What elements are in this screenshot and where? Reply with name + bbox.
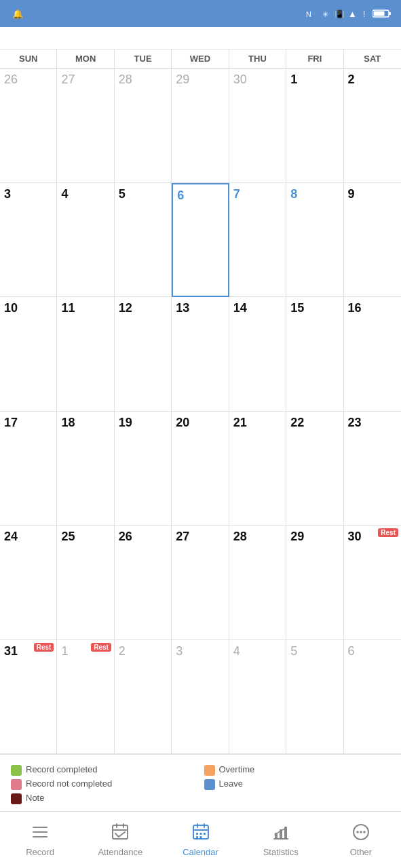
day-number: 28 — [119, 73, 132, 86]
svg-point-32 — [360, 831, 362, 833]
cal-cell[interactable]: 4 — [229, 640, 286, 755]
cal-cell[interactable]: 29 — [172, 68, 229, 183]
nav-item-record[interactable]: Record — [0, 812, 80, 868]
nav-item-attendance[interactable]: Attendance — [80, 812, 160, 868]
cal-cell[interactable]: 28 — [229, 526, 286, 640]
day-number: 3 — [4, 187, 11, 201]
cal-cell[interactable]: 7 — [229, 183, 286, 298]
legend-color — [11, 793, 22, 804]
cal-cell[interactable]: 11 — [57, 297, 114, 412]
dow-cell-thu: THU — [229, 50, 286, 68]
day-number: 21 — [233, 416, 247, 429]
dow-cell-sat: SAT — [344, 50, 401, 68]
cal-cell[interactable]: 25 — [57, 526, 114, 640]
calendar-header — [0, 27, 401, 50]
cal-cell[interactable]: 9 — [344, 183, 401, 298]
cal-cell[interactable]: Rest1 — [57, 640, 114, 755]
legend-label: Record completed — [26, 764, 98, 776]
day-number: 27 — [176, 530, 189, 543]
bottom-nav: RecordAttendanceCalendarStatisticsOther — [0, 811, 401, 868]
cal-cell[interactable]: 26 — [115, 526, 172, 640]
day-number: 1 — [290, 73, 297, 86]
cal-cell[interactable]: 22 — [286, 412, 343, 526]
dow-row: SUNMONTUEWEDTHUFRISAT — [0, 50, 401, 68]
legend-color — [11, 765, 22, 776]
cal-cell[interactable]: 5 — [115, 183, 172, 298]
cal-cell[interactable]: 3 — [172, 640, 229, 755]
rest-badge: Rest — [378, 528, 398, 537]
cal-cell[interactable]: 5 — [286, 640, 343, 755]
cal-cell[interactable]: 18 — [57, 412, 114, 526]
cal-cell[interactable]: 1 — [286, 68, 343, 183]
statistics-icon — [271, 823, 290, 844]
cal-cell[interactable]: 10 — [0, 297, 57, 412]
cal-cell[interactable]: 16 — [344, 297, 401, 412]
svg-rect-7 — [389, 12, 391, 15]
cal-cell[interactable]: 6 — [344, 640, 401, 755]
svg-rect-6 — [374, 12, 385, 16]
cal-cell[interactable]: 27 — [172, 526, 229, 640]
svg-rect-24 — [196, 836, 198, 838]
day-number: 29 — [290, 530, 304, 543]
cal-cell[interactable]: 23 — [344, 412, 401, 526]
cal-cell[interactable]: 24 — [0, 526, 57, 640]
nfc-icon: N — [306, 9, 318, 18]
cal-cell[interactable]: 8 — [286, 183, 343, 298]
day-number: 25 — [61, 530, 75, 543]
legend-item: Record not completed — [11, 778, 197, 790]
cal-cell[interactable]: 6 — [172, 183, 229, 298]
cal-cell[interactable]: 2 — [344, 68, 401, 183]
attendance-icon — [111, 823, 130, 844]
dow-cell-fri: FRI — [286, 50, 343, 68]
cal-cell[interactable]: Rest30 — [344, 526, 401, 640]
cal-cell[interactable]: 19 — [115, 412, 172, 526]
status-right: N ✳ 📳 ▲ ! — [306, 9, 392, 18]
legend-label: Record not completed — [26, 778, 112, 790]
cal-cell[interactable]: 17 — [0, 412, 57, 526]
cal-cell[interactable]: 15 — [286, 297, 343, 412]
cal-cell[interactable]: 28 — [115, 68, 172, 183]
next-month-button[interactable] — [374, 35, 387, 41]
day-number: 4 — [233, 644, 240, 658]
day-number: 8 — [290, 187, 297, 201]
svg-line-16 — [119, 832, 125, 837]
nav-label-statistics: Statistics — [263, 847, 299, 857]
day-number: 22 — [290, 416, 304, 429]
nav-label-calendar: Calendar — [183, 847, 218, 857]
nav-item-other[interactable]: Other — [321, 812, 401, 868]
day-number: 13 — [176, 301, 189, 315]
cal-cell[interactable]: 4 — [57, 183, 114, 298]
cal-cell[interactable]: 21 — [229, 412, 286, 526]
cal-cell[interactable]: 20 — [172, 412, 229, 526]
day-number: 5 — [119, 187, 126, 201]
svg-text:✳: ✳ — [322, 10, 328, 18]
legend-item: Note — [11, 793, 197, 804]
svg-rect-23 — [204, 833, 206, 835]
nav-item-calendar[interactable]: Calendar — [160, 812, 240, 868]
bluetooth-icon: ✳ — [322, 9, 330, 18]
day-number: 4 — [61, 187, 68, 201]
cal-cell[interactable]: 30 — [229, 68, 286, 183]
svg-line-15 — [115, 833, 119, 837]
day-number: 24 — [4, 530, 18, 543]
day-number: 30 — [233, 73, 247, 86]
cal-cell[interactable]: 14 — [229, 297, 286, 412]
status-left: 🔔 — [9, 9, 23, 19]
legend-label: Note — [26, 793, 44, 804]
legend-color — [204, 779, 215, 790]
cal-cell[interactable]: 2 — [115, 640, 172, 755]
nav-label-other: Other — [350, 847, 373, 857]
cal-cell[interactable]: 12 — [115, 297, 172, 412]
svg-text:!: ! — [363, 9, 365, 18]
cal-cell[interactable]: 27 — [57, 68, 114, 183]
cal-cell[interactable]: 3 — [0, 183, 57, 298]
day-number: 2 — [348, 73, 355, 86]
day-number: 26 — [119, 530, 132, 543]
cal-cell[interactable]: 26 — [0, 68, 57, 183]
cal-cell[interactable]: Rest31 — [0, 640, 57, 755]
prev-month-button[interactable] — [14, 35, 27, 41]
cal-cell[interactable]: 29 — [286, 526, 343, 640]
cal-cell[interactable]: 13 — [172, 297, 229, 412]
day-number: 6 — [177, 189, 184, 202]
nav-item-statistics[interactable]: Statistics — [241, 812, 321, 868]
